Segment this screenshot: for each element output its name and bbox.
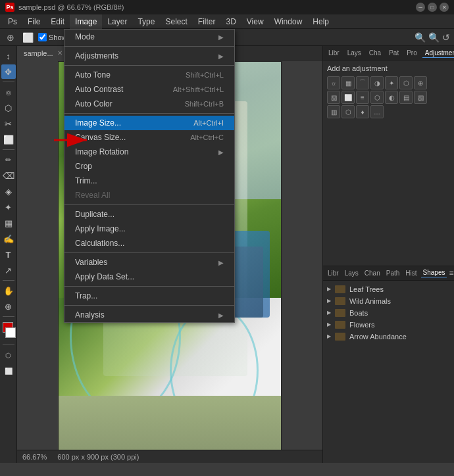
tool-zoom[interactable]: ⊕ [1, 299, 16, 314]
panel-tab-layers[interactable]: Lays [345, 49, 364, 57]
menu-crop[interactable]: Crop [64, 159, 234, 174]
variables-submenu-arrow: ▶ [218, 259, 224, 266]
move-tool-options: ⊕ [4, 31, 17, 44]
menu-type[interactable]: Type [132, 14, 160, 29]
color-swatches[interactable] [1, 322, 16, 342]
adj-threshold[interactable]: ▧ [414, 91, 427, 104]
tool-healing[interactable]: ✦ [1, 200, 16, 214]
menu-adjustments[interactable]: Adjustments ▶ [64, 49, 234, 63]
canvas-tab-sample[interactable]: sample... ✕ [17, 46, 70, 60]
shapes-tab-path[interactable]: Path [384, 269, 402, 277]
menu-analysis[interactable]: Analysis ▶ [64, 308, 234, 322]
tab-close-icon[interactable]: ✕ [57, 49, 63, 57]
document-dimensions: 600 px x 900 px (300 ppi) [57, 453, 139, 461]
menu-edit[interactable]: Edit [45, 14, 70, 29]
tool-screenmode[interactable]: ⬜ [1, 364, 16, 378]
menu-trim[interactable]: Trim... [64, 174, 234, 188]
tool-eraser[interactable]: ⌫ [1, 168, 16, 183]
close-button[interactable]: ✕ [440, 3, 449, 12]
tool-stamp[interactable]: ◈ [1, 184, 16, 199]
adj-exposure[interactable]: ◑ [370, 76, 384, 89]
adj-posterize[interactable]: ▤ [399, 91, 413, 104]
shapes-panel-menu-icon[interactable]: ≡ [449, 268, 453, 277]
menu-3d[interactable]: 3D [220, 14, 241, 29]
menu-layer[interactable]: Layer [102, 14, 132, 29]
tool-pen[interactable]: ✍ [1, 231, 16, 246]
adj-colorlookup[interactable]: ⬡ [370, 91, 384, 104]
menu-calculations[interactable]: Calculations... [64, 236, 234, 250]
shape-item-leaf-trees[interactable]: ▶ Leaf Trees [323, 283, 454, 295]
shape-item-wild-animals[interactable]: ▶ Wild Animals [323, 295, 454, 307]
adj-photofilter[interactable]: ⬜ [341, 91, 355, 104]
tool-crop[interactable]: ✂ [1, 116, 16, 131]
adj-vibrance[interactable]: ✦ [385, 76, 398, 89]
adj-invert[interactable]: ◐ [385, 91, 398, 104]
tool-move[interactable]: ✥ [1, 64, 16, 79]
zoom-out-icon[interactable]: 🔍 [415, 32, 426, 43]
tool-gradient[interactable]: ▦ [1, 216, 16, 230]
tool-text[interactable]: T [1, 247, 16, 262]
panel-tab-history[interactable]: Pro [404, 49, 420, 57]
menu-filter[interactable]: Filter [193, 14, 221, 29]
adj-selective[interactable]: ⬡ [341, 105, 355, 118]
adj-hsl[interactable]: ⬡ [399, 76, 413, 89]
shape-item-arrow-abundance[interactable]: ▶ Arrow Abundance [323, 331, 454, 343]
adj-more[interactable]: … [370, 105, 384, 118]
menu-image-rotation[interactable]: Image Rotation ▶ [64, 145, 234, 159]
adj-bw[interactable]: ▨ [327, 91, 340, 104]
adj-vibrance2[interactable]: ♦ [356, 105, 369, 118]
menu-file[interactable]: File [22, 14, 45, 29]
tool-rect[interactable]: ⬜ [1, 132, 16, 147]
shapes-tab-shapes[interactable]: Shapes [421, 268, 447, 277]
panel-tab-adjustments[interactable]: Adjustments [422, 49, 454, 58]
menu-help[interactable]: Help [307, 14, 334, 29]
panel-tab-channels[interactable]: Cha [366, 49, 384, 57]
menu-image-size[interactable]: Image Size... Alt+Ctrl+I [64, 116, 234, 130]
menu-auto-tone[interactable]: Auto Tone Shift+Ctrl+L [64, 68, 234, 82]
zoom-in-icon[interactable]: 🔍 [428, 32, 440, 43]
menu-select[interactable]: Select [160, 14, 192, 29]
tool-lasso[interactable]: ⌾ [1, 85, 16, 99]
adj-curves[interactable]: ⌒ [356, 76, 369, 89]
minimize-button[interactable]: ─ [416, 3, 425, 12]
background-color[interactable] [5, 327, 16, 338]
tool-arrow[interactable]: ↕ [1, 49, 16, 63]
panel-tab-paths[interactable]: Pat [386, 49, 401, 57]
separator-3 [64, 113, 234, 114]
menu-canvas-size[interactable]: Canvas Size... Alt+Ctrl+C [64, 130, 234, 145]
adj-levels[interactable]: ▦ [341, 76, 355, 89]
adj-gradmap[interactable]: ▥ [327, 105, 340, 118]
transform-controls-check[interactable] [38, 33, 47, 41]
adj-channelmixer[interactable]: ≡ [356, 91, 369, 104]
menu-trap[interactable]: Trap... [64, 289, 234, 303]
adjustments-panel: Add an adjustment ☼ ▦ ⌒ ◑ ✦ ⬡ ⊕ ▨ ⬜ ≡ ⬡ … [323, 60, 454, 266]
shape-item-boats[interactable]: ▶ Boats [323, 307, 454, 319]
menu-apply-image[interactable]: Apply Image... [64, 222, 234, 236]
menu-ps[interactable]: Ps [3, 14, 22, 29]
panel-tab-libraries[interactable]: Libr [326, 49, 342, 57]
menu-apply-data-set[interactable]: Apply Data Set... [64, 270, 234, 284]
shapes-tab-chan[interactable]: Chan [363, 269, 382, 277]
tool-brush[interactable]: ✏ [1, 153, 16, 167]
shapes-tab-hist[interactable]: Hist [403, 269, 418, 277]
tool-select[interactable]: ⬡ [1, 101, 16, 115]
adj-colorbal[interactable]: ⊕ [414, 76, 427, 89]
boats-folder-icon [335, 309, 345, 317]
tool-path[interactable]: ↗ [1, 263, 16, 277]
menu-variables[interactable]: Variables ▶ [64, 255, 234, 270]
menu-duplicate[interactable]: Duplicate... [64, 207, 234, 222]
menu-view[interactable]: View [241, 14, 269, 29]
maximize-button[interactable]: □ [428, 3, 437, 12]
menu-mode[interactable]: Mode ▶ [64, 30, 234, 44]
shapes-tab-lays[interactable]: Lays [343, 269, 361, 277]
adj-brightness[interactable]: ☼ [327, 76, 340, 89]
menu-image[interactable]: Image [70, 14, 102, 29]
tool-hand[interactable]: ✋ [1, 283, 16, 298]
menu-auto-color[interactable]: Auto Color Shift+Ctrl+B [64, 97, 234, 111]
tool-quickmask[interactable]: ⬡ [1, 348, 16, 362]
menu-window[interactable]: Window [269, 14, 308, 29]
rotate-icon[interactable]: ↺ [442, 32, 450, 43]
shape-item-flowers[interactable]: ▶ Flowers [323, 319, 454, 331]
menu-auto-contrast[interactable]: Auto Contrast Alt+Shift+Ctrl+L [64, 82, 234, 97]
shapes-tab-libr[interactable]: Libr [326, 269, 341, 277]
